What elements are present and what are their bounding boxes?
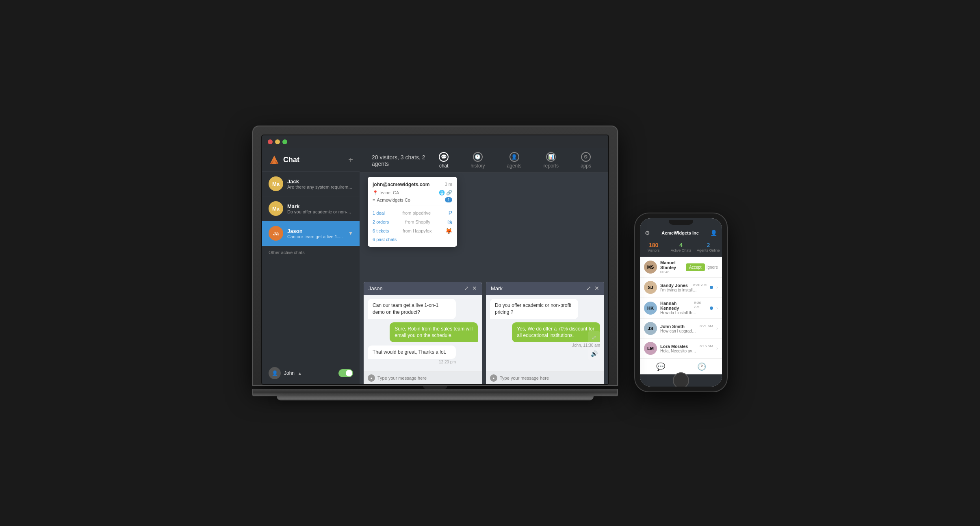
close-button[interactable] [268,139,273,144]
message-jason-1: Can our team get a live 1-on-1 demo on t… [368,299,456,319]
hannah-preview: How do I install the chat widget on my..… [660,311,697,315]
john-preview: How can i upgrade the plan? This app... [660,329,697,333]
nav-item-history[interactable]: 🕐 history [466,149,490,172]
laptop-foot [277,396,594,400]
message-mark-2: Yes, We do offer a 70% discount for all … [512,322,600,348]
message-mark-1: Do you offer academic or non-profit pric… [490,299,578,319]
sandy-preview: I'm trying to install your code on our..… [660,288,697,292]
org-badge: 1 [445,197,452,202]
chat-panel-mark-name: Mark [491,285,503,291]
phone-gear-icon[interactable]: ⚙ [645,230,650,236]
phone-incoming-chat: MS Manuel Stanley 00:46 Accept Ignore [640,257,722,278]
maximize-button[interactable] [282,139,287,144]
scroll-up-button[interactable]: ▲ [368,374,375,382]
mark-message-input[interactable] [500,376,600,380]
apps-nav-label: apps [581,163,591,169]
unread-dot-hannah [710,306,713,310]
avatar-jack: Ma [269,176,283,191]
phone-chat-row-john[interactable]: JS John Smith 8:21 AM How can i upgrade … [640,319,722,339]
visitors-count: 20 visitors, 3 chats, 2 agents [372,154,434,167]
phone-stats: 180 Visitors 4 Active Chats 2 Agents Onl… [640,239,722,257]
agent-caret-icon: ▲ [298,371,302,376]
phone-chat-row-lora[interactable]: LM Lora Morales 8:15 AM Hola, Necesito a… [640,339,722,359]
visitor-email: john@acmewidgets.com [373,182,429,187]
incoming-info: Manuel Stanley 00:46 [660,260,683,274]
accept-button[interactable]: Accept [686,263,705,271]
phone-tab-chat[interactable]: 💬 [656,362,665,371]
past-chats-link[interactable]: 6 past chats [373,237,452,242]
close-mark-chat-icon[interactable]: ✕ [594,285,599,291]
chat-item-jason-name: Jason [287,228,344,234]
john-name: John Smith [660,324,685,329]
ignore-button[interactable]: Ignore [707,263,718,271]
phone-screen: ⚙ AcmeWidgets Inc 👤 180 Visitors 4 Activ… [640,218,722,387]
nav-icons: 💬 chat 🕐 history 👤 agents [434,149,596,172]
chat-panel-mark-messages: Do you offer academic or non-profit pric… [486,295,604,372]
john-avatar: JS [644,322,657,335]
lora-name: Lora Morales [660,344,688,349]
visitors-number: 180 [640,242,667,248]
agent-status-toggle[interactable] [338,369,353,377]
phone-chat-list: SJ Sandy Jones 8:30 AM I'm trying to ins… [640,278,722,359]
phone-tab-history[interactable]: 🕐 [697,362,706,371]
phone-home-button[interactable] [673,372,689,387]
lora-info: Lora Morales 8:15 AM Hola, Necesito ayud… [660,344,713,353]
arrow-icon-john: › [716,326,718,331]
add-chat-button[interactable]: + [348,155,353,165]
phone-stat-chats: 4 Active Chats [667,242,694,252]
chat-item-jack-info: Jack Are there any system requirem... [287,178,353,189]
divider [373,206,452,206]
scroll-up-mark-button[interactable]: ▲ [490,374,497,382]
expand-icon[interactable]: ⤢ [464,285,469,291]
sidebar-title: Chat [283,156,299,164]
happyfox-icon: 🦊 [445,228,452,234]
shopify-icon: 🛍 [447,219,452,225]
laptop-notch [423,386,447,389]
other-active-label: Other active chats [262,246,360,259]
chat-item-jack[interactable]: Ma Jack Are there any system requirem... [262,172,360,196]
scene: Chat + Ma Jack Are there any system requ… [236,109,744,417]
nav-item-agents[interactable]: 👤 agents [502,149,527,172]
integration-orders[interactable]: 2 orders from Shopify 🛍 [373,217,452,226]
sidebar-title-row: Chat [269,154,299,165]
chat-item-jason[interactable]: Ja Jason Can our team get a live 1-on-..… [262,221,360,246]
fullscreen-button[interactable]: ⤢ [588,331,600,343]
org-icon: ≡ [373,198,375,202]
mute-button[interactable]: 🔊 [588,348,600,360]
visitor-time: 3 m [445,182,452,187]
lora-avatar: LM [644,342,657,355]
nav-item-reports[interactable]: 📊 reports [539,149,564,172]
chat-panel-jason-name: Jason [369,285,383,291]
location-pin-icon: 📍 [373,190,378,196]
integration-deals[interactable]: 1 deal from pipedrive P [373,209,452,217]
content-area: john@acmewidgets.com 3 m 📍 Irvine, CA 🌐 … [360,173,608,384]
app-layout: Chat + Ma Jack Are there any system requ… [262,148,608,384]
integration-tickets[interactable]: 6 tickets from Happyfox 🦊 [373,226,452,235]
minimize-button[interactable] [275,139,280,144]
sandy-avatar: SJ [644,281,657,294]
nav-item-apps[interactable]: ⚙ apps [576,149,596,172]
phone-home-bar [640,374,722,387]
nav-item-chat[interactable]: 💬 chat [434,149,453,172]
chat-panel-jason-actions: ⤢ ✕ [464,285,477,291]
sidebar-footer: 👤 John ▲ [262,362,360,384]
sidebar: Chat + Ma Jack Are there any system requ… [262,148,360,384]
chat-panel-jason: Jason ⤢ ✕ Can our team get a live [364,282,482,384]
chat-panel-mark-input: ▲ [486,372,604,384]
chat-item-mark[interactable]: Ma Mark Do you offer academic or non-... [262,196,360,221]
phone-stat-agents: 2 Agents Online [695,242,722,252]
phone-chat-row-sandy[interactable]: SJ Sandy Jones 8:30 AM I'm trying to ins… [640,278,722,298]
hannah-avatar: HK [644,302,657,315]
lora-time: 8:15 AM [700,344,713,349]
chat-item-jason-preview: Can our team get a live 1-on-... [287,234,344,239]
phone-notch [669,220,693,225]
phone-profile-icon[interactable]: 👤 [710,230,717,236]
chevron-down-icon: ▼ [348,230,353,236]
sandy-info: Sandy Jones 8:30 AM I'm trying to instal… [660,283,707,292]
hannah-name: Hannah Kennedy [660,301,694,311]
jason-message-input[interactable] [377,376,478,380]
phone-chat-row-hannah[interactable]: HK Hannah Kennedy 8:30 AM How do I insta… [640,298,722,319]
close-chat-icon[interactable]: ✕ [472,285,477,291]
expand-mark-icon[interactable]: ⤢ [586,285,591,291]
phone-stat-visitors: 180 Visitors [640,242,667,252]
